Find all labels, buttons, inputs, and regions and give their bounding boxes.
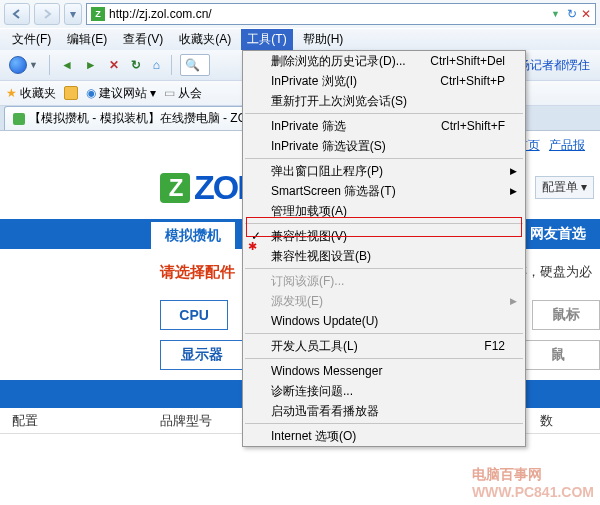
x-icon: ✕: [109, 58, 119, 72]
tools-menu: 删除浏览的历史记录(D)...Ctrl+Shift+DelInPrivate 浏…: [242, 50, 526, 447]
shortcut-label: Ctrl+Shift+P: [440, 74, 505, 88]
menu-item-label: Windows Update(U): [271, 314, 378, 328]
menu-file[interactable]: 文件(F): [6, 29, 57, 50]
menu-item-label: 诊断连接问题...: [271, 383, 353, 400]
stop-button[interactable]: ✕: [106, 56, 122, 74]
refresh-button[interactable]: ↻: [128, 56, 144, 74]
watermark: 电脑百事网 WWW.PC841.COM: [472, 466, 594, 500]
nav-left-button[interactable]: ◄: [58, 56, 76, 74]
menu-item[interactable]: 启动迅雷看看播放器: [243, 401, 525, 421]
highlight-star-icon: ✱: [248, 240, 257, 253]
hw-optical[interactable]: 鼠标: [532, 300, 600, 330]
menu-item-label: 订阅该源(F)...: [271, 273, 344, 290]
search-icon: 🔍: [185, 58, 200, 72]
menu-item[interactable]: InPrivate 浏览(I)Ctrl+Shift+P: [243, 71, 525, 91]
menu-help[interactable]: 帮助(H): [297, 29, 350, 50]
menu-item-label: InPrivate 筛选: [271, 118, 346, 135]
back-button[interactable]: [4, 3, 30, 25]
menu-item-label: 兼容性视图(V): [271, 228, 347, 245]
menu-item[interactable]: ✓兼容性视图(V): [243, 226, 525, 246]
col-config: 配置: [0, 412, 160, 430]
search-box[interactable]: 🔍: [180, 54, 210, 76]
menu-item[interactable]: InPrivate 筛选设置(S): [243, 136, 525, 156]
menu-item-label: 删除浏览的历史记录(D)...: [271, 53, 406, 70]
menu-item[interactable]: 管理加载项(A): [243, 201, 525, 221]
home-button[interactable]: ⌂: [150, 56, 163, 74]
nav-dropdown[interactable]: ▾: [64, 3, 82, 25]
menu-item-label: Internet 选项(O): [271, 428, 356, 445]
crumb-products[interactable]: 产品报: [549, 138, 585, 152]
site-icon: Z: [91, 7, 105, 21]
menu-item[interactable]: 删除浏览的历史记录(D)...Ctrl+Shift+Del: [243, 51, 525, 71]
separator: [171, 55, 172, 75]
menu-item[interactable]: 弹出窗口阻止程序(P)▶: [243, 161, 525, 181]
menu-favorites[interactable]: 收藏夹(A): [173, 29, 237, 50]
separator: [49, 55, 50, 75]
menu-item[interactable]: Internet 选项(O): [243, 426, 525, 446]
menu-item-label: 启动迅雷看看播放器: [271, 403, 379, 420]
menu-item[interactable]: Windows Update(U): [243, 311, 525, 331]
page-icon: ▭: [164, 86, 175, 100]
menu-item[interactable]: 诊断连接问题...: [243, 381, 525, 401]
stop-icon[interactable]: ✕: [581, 7, 591, 21]
menu-item[interactable]: 兼容性视图设置(B): [243, 246, 525, 266]
suggested-sites[interactable]: ◉建议网站▾: [86, 85, 156, 102]
col-qty: 数: [540, 412, 600, 430]
nav-right-button[interactable]: ►: [82, 56, 100, 74]
hw-cpu[interactable]: CPU: [160, 300, 228, 330]
refresh-icon[interactable]: ↻: [567, 7, 577, 21]
menu-item[interactable]: Windows Messenger: [243, 361, 525, 381]
hw-mouse[interactable]: 鼠: [516, 340, 600, 370]
menu-item-label: 弹出窗口阻止程序(P): [271, 163, 383, 180]
addr-dropdown-icon[interactable]: ▼: [551, 9, 563, 19]
menu-item-label: 管理加载项(A): [271, 203, 347, 220]
address-bar[interactable]: Z ▼ ↻ ✕: [86, 3, 596, 25]
arrow-left-icon: ◄: [61, 58, 73, 72]
shortcut-label: Ctrl+Shift+F: [441, 119, 505, 133]
house-icon: ⌂: [153, 58, 160, 72]
star-icon: ★: [6, 86, 17, 100]
shortcut-label: Ctrl+Shift+Del: [430, 54, 505, 68]
submenu-arrow-icon: ▶: [510, 186, 517, 196]
shortcut-label: F12: [484, 339, 505, 353]
menu-item[interactable]: 重新打开上次浏览会话(S): [243, 91, 525, 111]
command-button[interactable]: [64, 86, 78, 100]
menu-tools[interactable]: 工具(T): [241, 29, 292, 50]
menu-item-label: SmartScreen 筛选器(T): [271, 183, 396, 200]
menu-edit[interactable]: 编辑(E): [61, 29, 113, 50]
command-icon: [64, 86, 78, 100]
menu-item-label: InPrivate 浏览(I): [271, 73, 357, 90]
menu-item[interactable]: 开发人员工具(L)F12: [243, 336, 525, 356]
browser-tab[interactable]: 【模拟攒机 - 模拟装机】在线攒电脑 - ZO: [4, 106, 256, 130]
arrow-right-icon: ►: [85, 58, 97, 72]
home-split-button[interactable]: ▼: [6, 54, 41, 76]
url-input[interactable]: [109, 7, 547, 21]
refresh-icon: ↻: [131, 58, 141, 72]
favorites-button[interactable]: ★收藏夹: [6, 85, 56, 102]
forward-button[interactable]: [34, 3, 60, 25]
address-row: ▾ Z ▼ ↻ ✕: [0, 0, 600, 28]
submenu-arrow-icon: ▶: [510, 166, 517, 176]
menu-view[interactable]: 查看(V): [117, 29, 169, 50]
globe-icon: ◉: [86, 86, 96, 100]
submenu-arrow-icon: ▶: [510, 296, 517, 306]
tab-user-choice[interactable]: 网友首选: [516, 219, 600, 249]
menu-item-label: 源发现(E): [271, 293, 323, 310]
home-icon: [9, 56, 27, 74]
menu-item-label: 开发人员工具(L): [271, 338, 358, 355]
menu-item-label: 重新打开上次浏览会话(S): [271, 93, 407, 110]
menu-item[interactable]: SmartScreen 筛选器(T)▶: [243, 181, 525, 201]
tab-favicon: [13, 113, 25, 125]
more-link[interactable]: ▭从会: [164, 85, 202, 102]
menu-item-label: InPrivate 筛选设置(S): [271, 138, 386, 155]
menu-bar: 文件(F) 编辑(E) 查看(V) 收藏夹(A) 工具(T) 帮助(H): [0, 28, 600, 50]
menu-item[interactable]: 源发现(E)▶: [243, 291, 525, 311]
tab-simulate-build[interactable]: 模拟攒机: [150, 221, 236, 249]
menu-item[interactable]: 订阅该源(F)...: [243, 271, 525, 291]
hw-monitor[interactable]: 显示器: [160, 340, 244, 370]
menu-item[interactable]: InPrivate 筛选Ctrl+Shift+F: [243, 116, 525, 136]
config-dropdown[interactable]: 配置单 ▾: [535, 176, 594, 199]
menu-item-label: 兼容性视图设置(B): [271, 248, 371, 265]
menu-item-label: Windows Messenger: [271, 364, 382, 378]
tab-title: 【模拟攒机 - 模拟装机】在线攒电脑 - ZO: [29, 110, 247, 127]
